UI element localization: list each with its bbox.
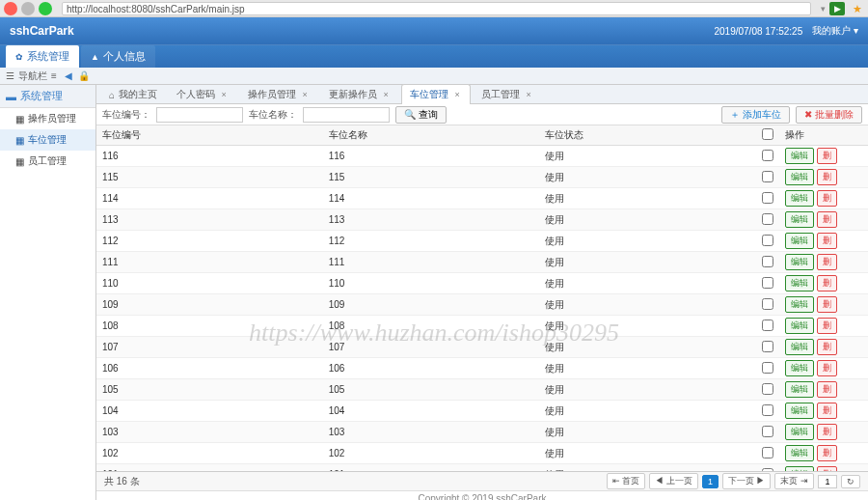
cell-status: 使用 [539, 252, 755, 273]
row-checkbox[interactable] [762, 362, 773, 374]
row-checkbox[interactable] [762, 192, 773, 204]
cell-name: 107 [323, 337, 539, 358]
nav-back-icon[interactable] [4, 2, 17, 15]
close-icon[interactable]: × [524, 90, 533, 99]
nav-title: ☰ 导航栏 ≡ [6, 69, 57, 83]
delete-button[interactable]: 删 [817, 360, 837, 376]
row-checkbox[interactable] [762, 150, 773, 161]
bookmark-icon[interactable]: ★ [851, 2, 864, 15]
prev-page-button[interactable]: ◀ 上一页 [649, 473, 698, 489]
cell-status: 使用 [539, 273, 755, 294]
close-icon[interactable]: × [381, 90, 391, 99]
content-tab[interactable]: 操作员管理× [239, 84, 318, 104]
delete-button[interactable]: 删 [817, 445, 837, 461]
delete-button[interactable]: 删 [817, 190, 837, 207]
row-checkbox[interactable] [762, 341, 773, 352]
goto-input[interactable] [818, 475, 837, 488]
cell-id: 114 [96, 188, 323, 209]
add-button[interactable]: ＋ 添加车位 [721, 106, 790, 124]
row-checkbox[interactable] [762, 277, 773, 289]
address-bar[interactable]: http://localhost:8080/sshCarPark/main.js… [62, 2, 811, 15]
last-page-button[interactable]: 末页 ⇥ [774, 473, 814, 489]
delete-button[interactable]: 删 [817, 318, 837, 334]
delete-button[interactable]: 删 [817, 339, 837, 355]
edit-button[interactable]: 编辑 [785, 424, 814, 440]
edit-button[interactable]: 编辑 [785, 190, 814, 207]
top-tab-profile[interactable]: ▲ 个人信息 [81, 45, 155, 68]
cell-id: 116 [96, 146, 323, 167]
nav-refresh-icon[interactable] [39, 2, 52, 15]
batch-delete-button[interactable]: ✖ 批量删除 [796, 106, 862, 124]
edit-button[interactable]: 编辑 [785, 148, 814, 164]
content-tab[interactable]: 个人密码× [168, 84, 237, 104]
cell-status: 使用 [539, 337, 755, 358]
content-tab[interactable]: 车位管理× [401, 84, 471, 104]
delete-button[interactable]: 删 [817, 424, 837, 440]
edit-button[interactable]: 编辑 [785, 296, 814, 313]
edit-button[interactable]: 编辑 [785, 233, 814, 249]
nav-back-icon[interactable]: ◀ [63, 70, 74, 82]
grid-icon: ▦ [15, 156, 24, 167]
row-checkbox[interactable] [762, 426, 773, 437]
row-checkbox[interactable] [762, 404, 773, 416]
next-page-button[interactable]: 下一页 ▶ [722, 473, 772, 489]
check-all[interactable] [762, 128, 773, 140]
top-tab-system[interactable]: ✿ 系统管理 [6, 45, 79, 68]
delete-button[interactable]: 删 [817, 233, 837, 249]
col-id[interactable]: 车位编号 [96, 125, 323, 146]
delete-button[interactable]: 删 [817, 169, 837, 185]
delete-button[interactable]: 删 [817, 148, 837, 164]
sidebar-title[interactable]: ▬ 系统管理 [0, 85, 95, 108]
delete-button[interactable]: 删 [817, 211, 837, 228]
user-menu[interactable]: 我的账户 ▾ [812, 24, 858, 38]
edit-button[interactable]: 编辑 [785, 445, 814, 461]
goto-button[interactable]: ↻ [841, 475, 860, 488]
content-tab[interactable]: 员工管理× [473, 84, 542, 104]
row-checkbox[interactable] [762, 235, 773, 246]
edit-button[interactable]: 编辑 [785, 403, 814, 419]
row-checkbox[interactable] [762, 256, 773, 267]
edit-button[interactable]: 编辑 [785, 381, 814, 398]
col-name[interactable]: 车位名称 [323, 125, 539, 146]
delete-button[interactable]: 删 [817, 254, 837, 270]
sidebar-item[interactable]: ▦车位管理 [0, 129, 95, 151]
edit-button[interactable]: 编辑 [785, 318, 814, 334]
collapse-icon[interactable]: ≡ [51, 70, 57, 81]
sidebar-item[interactable]: ▦操作员管理 [0, 108, 95, 129]
row-checkbox[interactable] [762, 298, 773, 310]
delete-button[interactable]: 删 [817, 296, 837, 313]
row-checkbox[interactable] [762, 171, 773, 182]
search-button[interactable]: 🔍 查询 [395, 106, 447, 124]
edit-button[interactable]: 编辑 [785, 275, 814, 292]
col-checkbox[interactable] [756, 125, 779, 146]
delete-button[interactable]: 删 [817, 381, 837, 398]
input-id[interactable] [156, 107, 243, 123]
close-icon[interactable]: × [300, 90, 310, 99]
delete-button[interactable]: 删 [817, 275, 837, 292]
row-checkbox[interactable] [762, 319, 773, 331]
go-button[interactable]: ▶ [829, 2, 845, 15]
current-page[interactable]: 1 [702, 475, 719, 488]
edit-button[interactable]: 编辑 [785, 360, 814, 376]
close-icon[interactable]: × [452, 90, 462, 99]
row-checkbox[interactable] [762, 213, 773, 225]
nav-lock-icon[interactable]: 🔒 [78, 70, 90, 82]
first-page-button[interactable]: ⇤ 首页 [607, 473, 646, 489]
dropdown-icon[interactable]: ▾ [821, 4, 826, 14]
row-checkbox[interactable] [762, 383, 773, 395]
delete-button[interactable]: 删 [817, 403, 837, 419]
edit-button[interactable]: 编辑 [785, 211, 814, 228]
table-row: 105105使用编辑删 [96, 379, 868, 401]
col-status[interactable]: 车位状态 [539, 125, 755, 146]
edit-button[interactable]: 编辑 [785, 169, 814, 185]
edit-button[interactable]: 编辑 [785, 339, 814, 355]
nav-fwd-icon[interactable] [21, 2, 35, 15]
content-tab[interactable]: 更新操作员× [320, 84, 399, 104]
sidebar-item[interactable]: ▦员工管理 [0, 151, 95, 172]
input-name[interactable] [303, 107, 390, 123]
close-icon[interactable]: × [219, 90, 229, 99]
content-tab[interactable]: ⌂我的主页 [100, 84, 166, 104]
edit-button[interactable]: 编辑 [785, 254, 814, 270]
row-checkbox[interactable] [762, 447, 773, 458]
table-row: 109109使用编辑删 [96, 294, 868, 316]
